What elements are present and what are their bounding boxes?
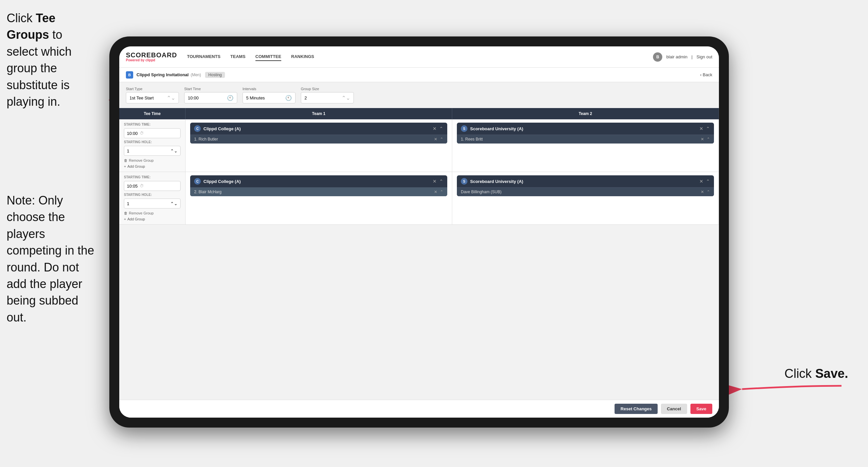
back-link[interactable]: ‹ Back xyxy=(700,72,712,77)
group1-time-col: STARTING TIME: 10:00 ⏱ STARTING HOLE: 1 … xyxy=(119,119,186,172)
avatar: B xyxy=(653,52,662,62)
group2-team1-player1-remove-icon[interactable]: ✕ xyxy=(434,189,437,194)
add-group-1-label: Add Group xyxy=(127,165,145,168)
group2-team1-col: C Clippd College (A) ✕ ⌃ 2. Blair McHarg xyxy=(186,172,452,224)
intervals-label: Intervals xyxy=(243,87,296,91)
add-group-2-label: Add Group xyxy=(127,217,145,221)
cancel-button[interactable]: Cancel xyxy=(661,404,687,414)
group2-time-col: STARTING TIME: 10:05 ⏱ STARTING HOLE: 1 … xyxy=(119,172,186,224)
tablet-frame: SCOREBOARD Powered by clippd TOURNAMENTS… xyxy=(109,36,729,428)
nav-rankings[interactable]: RANKINGS xyxy=(291,53,314,61)
group1-hole-input[interactable]: 1 ⌃⌄ xyxy=(124,146,181,156)
group2-team2-player1-remove-icon[interactable]: ✕ xyxy=(701,189,704,194)
remove-group-2-label: Remove Group xyxy=(129,211,154,215)
group1-team1-actions: ✕ ⌃ xyxy=(433,126,443,131)
group1-team1-name[interactable]: Clippd College (A) xyxy=(204,126,430,131)
start-type-input[interactable]: 1st Tee Start ⌃⌄ xyxy=(126,92,179,104)
group1-team2-header: S Scoreboard University (A) ✕ ⌃ xyxy=(457,123,714,135)
breadcrumb-bar: B Clippd Spring Invitational (Men) Hosti… xyxy=(119,68,719,82)
group-size-stepper[interactable]: ⌃⌄ xyxy=(342,95,350,101)
remove-group-1-button[interactable]: 🗑 Remove Group xyxy=(124,158,181,163)
group1-hole-stepper[interactable]: ⌃⌄ xyxy=(170,148,178,153)
nav-committee[interactable]: COMMITTEE xyxy=(255,53,281,61)
start-type-field: Start Type 1st Tee Start ⌃⌄ xyxy=(126,87,179,104)
content-area: Start Type 1st Tee Start ⌃⌄ Start Time 1… xyxy=(119,82,719,418)
group1-team1-player1-row: 1. Rich Butler ✕ ⌃ xyxy=(190,135,447,144)
nav-right: B blair admin | Sign out xyxy=(653,52,712,62)
group1-team2-player1-expand-icon[interactable]: ⌃ xyxy=(707,137,710,142)
nav-tournaments[interactable]: TOURNAMENTS xyxy=(187,53,220,61)
group1-team1-close-icon[interactable]: ✕ xyxy=(433,126,437,131)
group1-starting-time-input[interactable]: 10:00 ⏱ xyxy=(124,128,181,138)
reset-changes-button[interactable]: Reset Changes xyxy=(615,404,658,414)
group1-team2-actions: ✕ ⌃ xyxy=(700,126,710,131)
group1-team1-expand-icon[interactable]: ⌃ xyxy=(439,126,443,131)
group-size-input[interactable]: 2 ⌃⌄ xyxy=(301,92,354,104)
group1-team1-player1-expand-icon[interactable]: ⌃ xyxy=(440,137,443,142)
group-size-value: 2 xyxy=(305,95,307,100)
group1-clock-icon: ⏱ xyxy=(140,131,144,136)
start-type-label: Start Type xyxy=(126,87,179,91)
logo-area: SCOREBOARD Powered by clippd xyxy=(126,52,177,62)
note-body: Only choose the players competing in the… xyxy=(7,194,94,324)
click-save-bold: Save. xyxy=(815,367,848,380)
start-type-stepper[interactable]: ⌃⌄ xyxy=(167,95,175,101)
instructions-panel: Click Tee Groups to select which group t… xyxy=(0,0,103,120)
breadcrumb-icon: B xyxy=(126,71,133,79)
group2-team2-actions: ✕ ⌃ xyxy=(700,179,710,184)
start-type-value: 1st Tee Start xyxy=(129,95,154,100)
group1-team1-player1-name: 1. Rich Butler xyxy=(194,137,434,142)
group2-starting-time-value: 10:05 xyxy=(127,184,138,188)
grid-header: Tee Time Team 1 Team 2 xyxy=(119,108,719,119)
group1-team1-player1-remove-icon[interactable]: ✕ xyxy=(434,137,437,142)
group1-team2-expand-icon[interactable]: ⌃ xyxy=(706,126,710,131)
nav-teams[interactable]: TEAMS xyxy=(230,53,246,61)
note-label: Note: xyxy=(7,194,38,207)
group1-team2-name[interactable]: Scoreboard University (A) xyxy=(470,126,697,131)
header-team1: Team 1 xyxy=(186,108,452,119)
group1-team2-player1-remove-icon[interactable]: ✕ xyxy=(701,137,704,142)
group1-team2-icon: S xyxy=(461,125,467,132)
bottom-bar: Reset Changes Cancel Save xyxy=(119,400,719,418)
group2-team2-close-icon[interactable]: ✕ xyxy=(700,179,703,184)
group2-team1-name[interactable]: Clippd College (A) xyxy=(204,179,430,184)
group2-team2-expand-icon[interactable]: ⌃ xyxy=(706,179,710,184)
group-row: STARTING TIME: 10:00 ⏱ STARTING HOLE: 1 … xyxy=(119,119,719,172)
click-save-prefix: Click xyxy=(784,367,815,380)
tablet-screen: SCOREBOARD Powered by clippd TOURNAMENTS… xyxy=(119,47,719,418)
add-group-2-icon: + xyxy=(124,217,126,221)
navbar: SCOREBOARD Powered by clippd TOURNAMENTS… xyxy=(119,47,719,68)
add-group-2-button[interactable]: + Add Group xyxy=(124,217,181,221)
group2-team2-name[interactable]: Scoreboard University (A) xyxy=(470,179,697,184)
remove-group-2-button[interactable]: 🗑 Remove Group xyxy=(124,211,181,215)
add-group-1-icon: + xyxy=(124,165,126,168)
instruction-prefix: Click xyxy=(7,11,36,25)
sign-out-link[interactable]: Sign out xyxy=(696,54,712,59)
group1-team1-icon: C xyxy=(194,125,201,132)
save-button[interactable]: Save xyxy=(690,404,712,414)
intervals-clock-icon: 🕙 xyxy=(285,95,292,101)
group1-team2-player1-name: 1. Rees Britt xyxy=(461,137,701,142)
group1-starting-time-value: 10:00 xyxy=(127,131,138,136)
group2-team1-expand-icon[interactable]: ⌃ xyxy=(439,179,443,184)
start-time-input[interactable]: 10:00 🕙 xyxy=(184,92,237,104)
separator: | xyxy=(691,54,692,59)
group1-team2-close-icon[interactable]: ✕ xyxy=(700,126,703,131)
groups-area: STARTING TIME: 10:00 ⏱ STARTING HOLE: 1 … xyxy=(119,119,719,400)
add-group-1-button[interactable]: + Add Group xyxy=(124,165,181,168)
remove-group-1-icon: 🗑 xyxy=(124,158,128,163)
group2-team1-close-icon[interactable]: ✕ xyxy=(433,179,437,184)
group2-hole-stepper[interactable]: ⌃⌄ xyxy=(170,201,178,206)
group2-team2-player1-expand-icon[interactable]: ⌃ xyxy=(707,189,710,194)
group2-team1-player1-expand-icon[interactable]: ⌃ xyxy=(440,189,443,194)
group-row-2: STARTING TIME: 10:05 ⏱ STARTING HOLE: 1 … xyxy=(119,172,719,225)
group2-team2-player1-name: Dave Billingham (SUB) xyxy=(461,189,701,194)
group1-hole-value: 1 xyxy=(127,148,129,153)
group2-starting-time-input[interactable]: 10:05 ⏱ xyxy=(124,181,181,191)
group2-team2-header: S Scoreboard University (A) ✕ ⌃ xyxy=(457,175,714,187)
intervals-input[interactable]: 5 Minutes 🕙 xyxy=(243,92,296,104)
tournament-gender: (Men) xyxy=(190,72,201,77)
group1-team2-card: S Scoreboard University (A) ✕ ⌃ 1. Rees … xyxy=(457,123,714,144)
group2-hole-input[interactable]: 1 ⌃⌄ xyxy=(124,199,181,208)
intervals-field: Intervals 5 Minutes 🕙 xyxy=(243,87,296,104)
